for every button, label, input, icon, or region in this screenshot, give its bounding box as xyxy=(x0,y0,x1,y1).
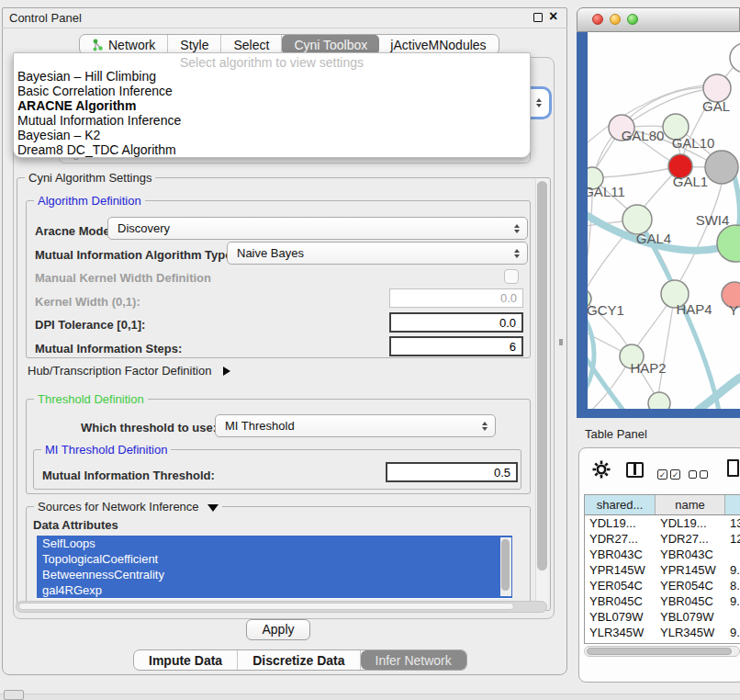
table-hscrollbar-thumb[interactable] xyxy=(587,648,732,655)
tab-style[interactable]: Style xyxy=(168,35,221,54)
table-cell[interactable]: 9. xyxy=(725,593,740,609)
mi-threshold-field[interactable]: 0.5 xyxy=(386,462,518,482)
table-cell[interactable]: YIL052C xyxy=(585,640,656,644)
table-cell[interactable]: YER054C xyxy=(656,578,725,593)
table-cell[interactable]: YER054C xyxy=(585,578,656,593)
table-cell[interactable]: YPR145W xyxy=(585,562,656,578)
algorithm-option-aracne-algorithm[interactable]: ARACNE Algorithm xyxy=(14,98,530,113)
bottom-tabs: Impute DataDiscretize DataInfer Network xyxy=(133,649,467,671)
algorithm-option-dream8-dc-tdc-algorithm[interactable]: Dream8 DC_TDC Algorithm xyxy=(14,142,530,157)
table-cell[interactable]: YDL19... xyxy=(585,515,656,531)
split-view-icon[interactable] xyxy=(626,462,644,478)
table-cell[interactable]: YDL19... xyxy=(656,515,725,531)
table-cell[interactable]: YBR045C xyxy=(585,593,656,609)
attributes-scrollbar[interactable] xyxy=(500,537,511,596)
column-header-2[interactable] xyxy=(725,495,740,514)
settings-scrollbar-thumb[interactable] xyxy=(537,181,547,570)
mi-type-combo[interactable]: Naive Bayes xyxy=(227,242,528,265)
algorithm-option-mutual-information-inference[interactable]: Mutual Information Inference xyxy=(14,113,530,128)
column-header-name[interactable]: name xyxy=(656,495,725,514)
algorithm-definition-title: Algorithm Definition xyxy=(34,194,145,208)
attribute-item-gal4rgexp[interactable]: gal4RGexp xyxy=(37,582,512,598)
table-cell[interactable] xyxy=(725,609,740,625)
which-threshold-combo[interactable]: MI Threshold xyxy=(215,414,496,437)
aracne-mode-combo[interactable]: Discovery xyxy=(107,217,528,240)
hub-definition-expander[interactable]: Hub/Transcription Factor Definition xyxy=(28,364,230,378)
kernel-width-field[interactable]: 0.0 xyxy=(389,288,523,308)
attribute-item-topologicalcoefficient[interactable]: TopologicalCoefficient xyxy=(37,551,512,567)
settings-scrollbar[interactable] xyxy=(535,179,548,607)
bottom-tab-impute-data[interactable]: Impute Data xyxy=(134,650,238,670)
docked-panel-icon[interactable] xyxy=(4,690,24,700)
tab-select[interactable]: Select xyxy=(221,35,282,54)
algorithm-option-bayesian-k2[interactable]: Bayesian – K2 xyxy=(14,128,530,142)
dpi-tolerance-field[interactable]: 0.0 xyxy=(389,312,523,333)
network-node[interactable] xyxy=(648,392,670,414)
network-canvas[interactable]: GALGAL80GAL10GAL1GAL11GAL4SWI4GCY1HAP4YH… xyxy=(577,32,740,418)
table-cell[interactable]: YDR27... xyxy=(656,531,725,547)
window-minimize-button[interactable] xyxy=(610,14,621,25)
document-icon[interactable] xyxy=(727,459,739,477)
table-cell[interactable]: YIL052C xyxy=(656,640,725,644)
table-cell[interactable]: YPR145W xyxy=(656,562,725,578)
sources-group-title[interactable]: Sources for Network Inference xyxy=(34,500,222,514)
settings-hscrollbar-thumb[interactable] xyxy=(18,603,514,610)
node-label-hap2: HAP2 xyxy=(630,360,666,376)
bottom-tab-discretize-data[interactable]: Discretize Data xyxy=(238,650,360,670)
table-cell[interactable]: 8. xyxy=(725,578,740,593)
status-strip xyxy=(0,694,740,700)
node-label-y: Y xyxy=(729,302,738,318)
node-label-gal4: GAL4 xyxy=(636,231,671,246)
table-row[interactable]: YLR345WYLR345W9. xyxy=(585,625,740,640)
table-cell[interactable]: YBR043C xyxy=(656,547,725,562)
table-row[interactable]: YIL052CYIL052C9. xyxy=(585,640,740,644)
table-cell[interactable]: YBL079W xyxy=(656,609,725,625)
apply-button[interactable]: Apply xyxy=(246,619,310,640)
algorithm-option-basic-correlation-inference[interactable]: Basic Correlation Inference xyxy=(14,84,530,98)
window-close-button[interactable] xyxy=(592,14,603,25)
table-cell[interactable]: 12 xyxy=(725,531,740,547)
table-row[interactable]: YBR045CYBR045C9. xyxy=(585,593,740,609)
table-cell[interactable]: YBR045C xyxy=(656,593,725,609)
attributes-scrollbar-thumb[interactable] xyxy=(501,539,510,591)
table-cell[interactable]: YLR345W xyxy=(585,625,656,640)
network-node[interactable] xyxy=(705,151,738,184)
table-row[interactable]: YBR043CYBR043C xyxy=(585,547,740,562)
table-cell[interactable]: 9. xyxy=(725,562,740,578)
tab-jactivemnodules[interactable]: jActiveMNodules xyxy=(378,35,498,54)
table-header-row: shared...name xyxy=(585,495,740,515)
table-cell[interactable]: 9. xyxy=(725,640,740,644)
algorithm-option-bayesian-hill-climbing[interactable]: Bayesian – Hill Climbing xyxy=(14,69,530,84)
close-icon[interactable]: × xyxy=(549,8,557,25)
combo-stepper-icon xyxy=(514,224,520,233)
table-row[interactable]: YBL079WYBL079W xyxy=(585,609,740,625)
table-cell[interactable]: YBR043C xyxy=(585,547,656,562)
table-cell[interactable]: YLR345W xyxy=(656,625,725,640)
tab-network[interactable]: Network xyxy=(80,35,168,54)
attribute-item-betweennesscentrality[interactable]: BetweennessCentrality xyxy=(37,567,512,582)
column-header-shared[interactable]: shared... xyxy=(585,495,656,514)
expander-collapsed-icon xyxy=(223,367,230,376)
table-row[interactable]: YDR27...YDR27...12 xyxy=(585,531,740,547)
table-row[interactable]: YER054CYER054C8. xyxy=(585,578,740,593)
settings-hscrollbar[interactable] xyxy=(16,601,547,613)
unchecked-columns-icon[interactable] xyxy=(689,466,711,482)
float-window-icon[interactable] xyxy=(533,13,543,22)
panel-divider-handle[interactable] xyxy=(559,339,563,345)
attribute-item-selfloops[interactable]: SelfLoops xyxy=(37,536,512,551)
tab-cyni-toolbox[interactable]: Cyni Toolbox xyxy=(282,35,379,54)
table-cell[interactable]: 13 xyxy=(725,515,740,531)
table-hscrollbar[interactable] xyxy=(584,646,740,657)
table-cell[interactable] xyxy=(725,547,740,562)
table-row[interactable]: YDL19...YDL19...13 xyxy=(585,515,740,531)
table-cell[interactable]: YDR27... xyxy=(585,531,656,547)
table-cell[interactable]: YBL079W xyxy=(585,609,656,625)
table-row[interactable]: YPR145WYPR145W9. xyxy=(585,562,740,578)
window-zoom-button[interactable] xyxy=(627,14,638,25)
bottom-tab-infer-network[interactable]: Infer Network xyxy=(361,650,466,670)
checked-columns-icon[interactable]: ✓✓ xyxy=(657,465,683,481)
gear-icon[interactable] xyxy=(591,459,611,480)
manual-kernel-checkbox[interactable] xyxy=(504,269,519,284)
mi-steps-field[interactable]: 6 xyxy=(389,336,523,356)
table-cell[interactable]: 9. xyxy=(725,625,740,640)
